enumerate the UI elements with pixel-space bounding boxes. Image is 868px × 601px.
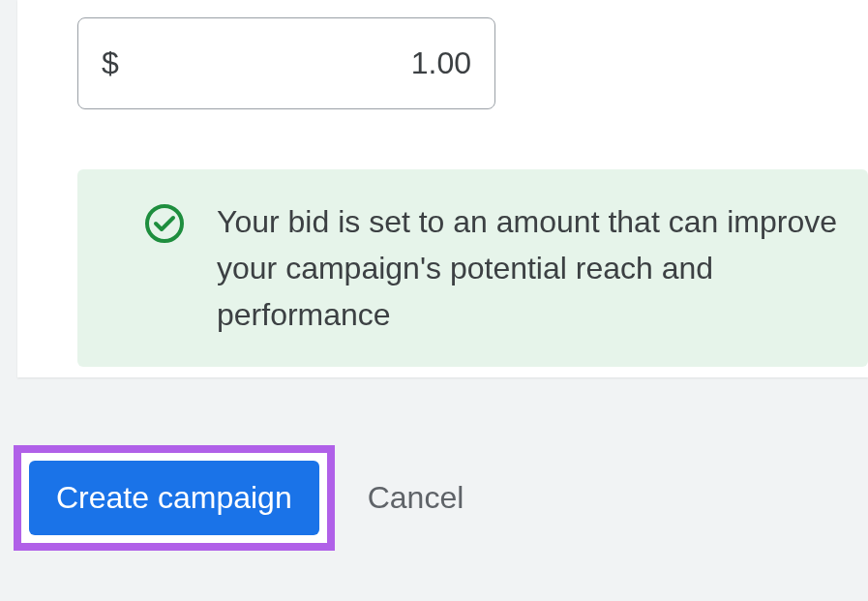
create-campaign-button[interactable]: Create campaign <box>29 461 319 535</box>
svg-point-0 <box>147 206 182 241</box>
checkmark-circle-icon <box>143 202 186 249</box>
bid-input-field[interactable]: $ <box>77 17 495 109</box>
form-actions: Create campaign Cancel <box>14 445 464 551</box>
cancel-button[interactable]: Cancel <box>368 480 464 516</box>
settings-panel: $ Your bid is set to an amount that can … <box>17 0 868 377</box>
highlight-annotation: Create campaign <box>14 445 335 551</box>
currency-symbol: $ <box>102 45 119 81</box>
bid-amount-input[interactable] <box>119 45 471 81</box>
bid-status-message: Your bid is set to an amount that can im… <box>77 169 868 367</box>
status-message-text: Your bid is set to an amount that can im… <box>217 198 841 338</box>
